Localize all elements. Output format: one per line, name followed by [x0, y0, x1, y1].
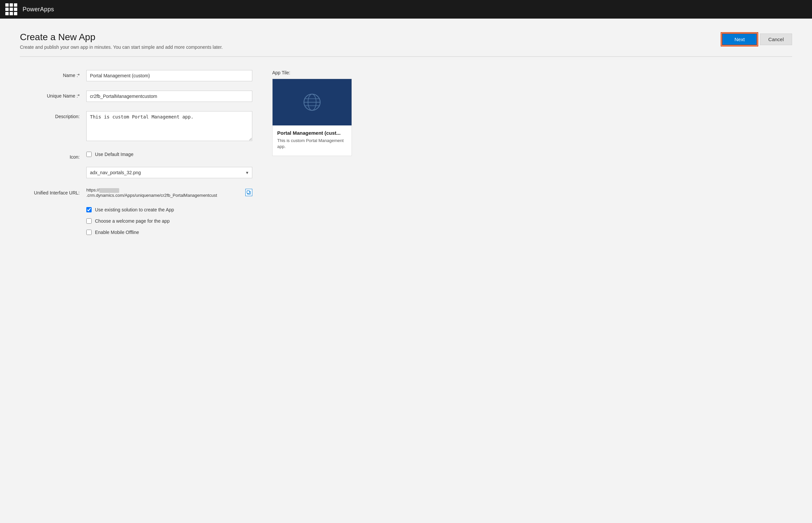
form-layout: Name :* Unique Name :* Description: This… — [20, 70, 792, 250]
icon-control-wrap: Use Default Image adx_nav_portals_32.png — [86, 152, 252, 178]
checkbox-mobile-offline[interactable] — [86, 230, 92, 235]
checkboxes-label-spacer — [20, 207, 86, 210]
checkbox-welcome-page-row: Choose a welcome page for the app — [86, 218, 252, 224]
name-control-wrap — [86, 70, 252, 81]
url-text: https:// .crm.dynamics.com/Apps/uniquena… — [86, 187, 243, 198]
description-control-wrap: This is custom Portal Management app. — [86, 111, 252, 142]
url-blurred — [99, 188, 119, 193]
unique-name-label: Unique Name :* — [20, 91, 86, 98]
app-tile-info: Portal Management (cust... This is custo… — [272, 125, 352, 156]
header-buttons: Next Cancel — [722, 32, 792, 46]
checkbox-welcome-page[interactable] — [86, 218, 92, 224]
page-header-text: Create a New App Create and publish your… — [20, 32, 223, 50]
description-row: Description: This is custom Portal Manag… — [20, 111, 252, 142]
icon-section: Use Default Image adx_nav_portals_32.png — [86, 152, 252, 178]
name-row: Name :* — [20, 70, 252, 81]
cancel-button[interactable]: Cancel — [760, 34, 792, 45]
page-container: Create a New App Create and publish your… — [0, 19, 812, 523]
page-subtitle: Create and publish your own app in minut… — [20, 44, 223, 50]
checkbox-mobile-offline-row: Enable Mobile Offline — [86, 230, 252, 235]
checkbox-existing-solution-label[interactable]: Use existing solution to create the App — [95, 207, 174, 212]
icon-select-wrapper: adx_nav_portals_32.png — [86, 167, 252, 178]
use-default-image-checkbox[interactable] — [86, 152, 92, 157]
app-tile-label: App Tile: — [272, 70, 352, 75]
app-tile-name: Portal Management (cust... — [277, 130, 347, 136]
unique-name-row: Unique Name :* — [20, 91, 252, 102]
url-display: https:// .crm.dynamics.com/Apps/uniquena… — [86, 187, 252, 198]
description-label: Description: — [20, 111, 86, 119]
url-row: Unified Interface URL: https:// .crm.dyn… — [20, 187, 252, 198]
checkbox-existing-solution[interactable] — [86, 207, 92, 212]
unique-name-input[interactable] — [86, 91, 252, 102]
page-header: Create a New App Create and publish your… — [20, 32, 792, 50]
name-label: Name :* — [20, 70, 86, 78]
checkbox-existing-solution-row: Use existing solution to create the App — [86, 207, 252, 212]
copy-url-icon[interactable] — [245, 189, 252, 196]
app-tile-panel: App Tile: Portal Management (cust... Thi… — [272, 70, 352, 156]
use-default-image-row: Use Default Image — [86, 152, 252, 157]
use-default-image-label[interactable]: Use Default Image — [95, 152, 134, 157]
description-textarea[interactable]: This is custom Portal Management app. — [86, 111, 252, 141]
checkboxes-row: Use existing solution to create the App … — [20, 207, 252, 241]
icon-label: Icon: — [20, 152, 86, 160]
checkbox-welcome-page-label[interactable]: Choose a welcome page for the app — [95, 218, 170, 224]
checkbox-mobile-offline-label[interactable]: Enable Mobile Offline — [95, 230, 139, 235]
app-launcher-icon[interactable] — [5, 3, 17, 15]
icon-row: Icon: Use Default Image adx_nav_portals_… — [20, 152, 252, 178]
page-title: Create a New App — [20, 32, 223, 42]
topbar: PowerApps — [0, 0, 812, 19]
app-tile-image — [272, 79, 352, 125]
topbar-title: PowerApps — [22, 6, 54, 13]
icon-dropdown[interactable]: adx_nav_portals_32.png — [86, 167, 252, 178]
divider — [20, 56, 792, 57]
next-button[interactable]: Next — [722, 33, 757, 46]
url-label: Unified Interface URL: — [20, 187, 86, 196]
form-fields: Name :* Unique Name :* Description: This… — [20, 70, 252, 250]
svg-rect-1 — [247, 191, 250, 194]
app-tile-description: This is custom Portal Management app. — [277, 138, 347, 150]
app-tile-card: Portal Management (cust... This is custo… — [272, 79, 352, 156]
globe-icon — [300, 91, 324, 114]
url-control-wrap: https:// .crm.dynamics.com/Apps/uniquena… — [86, 187, 252, 198]
unique-name-control-wrap — [86, 91, 252, 102]
checkboxes-control-wrap: Use existing solution to create the App … — [86, 207, 252, 241]
name-input[interactable] — [86, 70, 252, 81]
